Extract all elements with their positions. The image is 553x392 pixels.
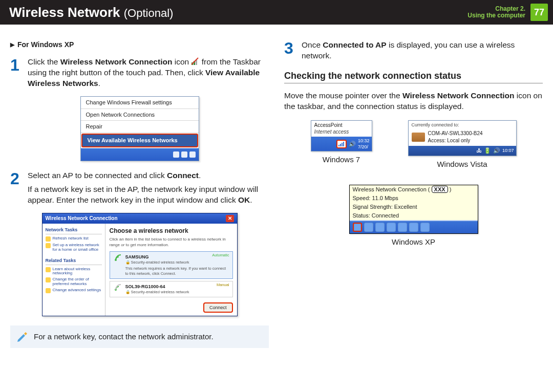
- xp-speed: Speed: 11.0 Mbps: [350, 194, 478, 203]
- right-column: 3 Once Connected to AP is displayed, you…: [284, 40, 543, 348]
- arrow-right-icon: [10, 40, 17, 49]
- win7-tooltip: AccessPoint Internet access 🔊 10:327/20/: [311, 120, 372, 151]
- order-icon: [46, 277, 51, 282]
- example-xp: Wireless Network Connection ( XXX ) Spee…: [284, 185, 543, 247]
- figure-wireless-dialog: Wireless Network Connection ✕ Network Ta…: [42, 213, 238, 317]
- title-optional: (Optional): [124, 7, 174, 19]
- xp-tooltip: Wireless Network Connection ( XXX ) Spee…: [349, 185, 478, 233]
- step-1-text: Click the Wireless Network Connection ic…: [28, 57, 269, 89]
- dialog-body: Network Tasks Refresh network list Set u…: [42, 224, 237, 316]
- left-column: For Windows XP 1 Click the Wireless Netw…: [10, 40, 269, 348]
- svg-rect-9: [343, 142, 344, 146]
- tray-icon[interactable]: [420, 223, 430, 232]
- win7-ap-name: AccessPoint: [314, 122, 369, 129]
- svg-rect-8: [342, 143, 343, 146]
- win7-taskbar: 🔊 10:327/20/: [311, 137, 372, 151]
- network-name: SOL39-RG1000-64: [125, 284, 229, 290]
- vista-header: Currently connected to:: [409, 121, 516, 129]
- step-3: 3 Once Connected to AP is displayed, you…: [284, 40, 543, 61]
- tray-icon[interactable]: [398, 223, 407, 232]
- vista-tooltip: Currently connected to: COM-AV-SWL3300-B…: [408, 120, 517, 156]
- menu-open-connections[interactable]: Open Network Connections: [81, 109, 199, 121]
- vista-caption: Windows Vista: [408, 159, 517, 169]
- speaker-icon[interactable]: 🔊: [493, 147, 500, 155]
- figure1-taskbar: [81, 148, 199, 161]
- step-3-text: Once Connected to AP is displayed, you c…: [302, 40, 543, 61]
- network-tag-auto: Automatic: [212, 253, 229, 258]
- tray-icon[interactable]: [364, 223, 373, 232]
- chapter-line1: Chapter 2.: [495, 5, 525, 12]
- dialog-sidebar: Network Tasks Refresh network list Set u…: [42, 224, 105, 316]
- title-main: Wireless Network: [9, 5, 120, 20]
- menu-repair[interactable]: Repair: [81, 121, 199, 133]
- svg-rect-7: [340, 144, 341, 146]
- ssid-placeholder: XXX: [432, 186, 448, 193]
- step-3-number: 3: [284, 40, 297, 61]
- network-bench-icon: [412, 133, 425, 142]
- choose-network-desc: Click an item in the list below to conne…: [110, 237, 233, 248]
- connect-button[interactable]: Connect: [203, 302, 233, 313]
- menu-view-available-networks[interactable]: View Available Wireless Networks: [81, 134, 198, 147]
- network-security: 🔒 Security-enabled wireless network: [125, 260, 229, 265]
- step-1-number: 1: [10, 57, 24, 89]
- vista-row: COM-AV-SWL3300-B24 Access: Local only: [409, 129, 516, 146]
- network-item-sol39[interactable]: SOL39-RG1000-64 🔒 Security-enabled wirel…: [110, 281, 233, 297]
- wireless-tray-icon[interactable]: [353, 223, 362, 232]
- battery-icon[interactable]: 🔋: [484, 147, 491, 155]
- sub-heading-text: For Windows XP: [17, 40, 74, 49]
- example-vista: Currently connected to: COM-AV-SWL3300-B…: [408, 120, 517, 169]
- for-windows-xp-heading: For Windows XP: [10, 40, 269, 50]
- wifi-bars-icon[interactable]: [336, 140, 347, 148]
- step-1: 1 Click the Wireless Network Connection …: [10, 57, 269, 89]
- dialog-main: Choose a wireless network Click an item …: [105, 224, 237, 316]
- setup-icon: [46, 243, 51, 248]
- win7-caption: Windows 7: [311, 155, 372, 165]
- speaker-icon[interactable]: 🔊: [349, 140, 356, 148]
- dialog-titlebar: Wireless Network Connection ✕: [42, 213, 237, 224]
- win7-tip: AccessPoint Internet access: [311, 121, 372, 137]
- menu-change-firewall[interactable]: Change Windows Firewall settings: [81, 97, 199, 109]
- vista-access: Access: Local only: [428, 137, 483, 144]
- network-item-samsung[interactable]: SAMSUNG 🔒 Security-enabled wireless netw…: [110, 251, 233, 279]
- note-box: For a network key, contact the network a…: [10, 325, 269, 348]
- xp-row1: Wireless Network Connection ( XXX ): [350, 185, 478, 194]
- sidebar-order-link[interactable]: Change the order of preferred networks: [46, 277, 102, 287]
- choose-network-title: Choose a wireless network: [110, 227, 233, 235]
- sidebar-refresh-link[interactable]: Refresh network list: [46, 236, 102, 242]
- win7-access: Internet access: [314, 128, 369, 136]
- tray-icon[interactable]: [387, 223, 396, 232]
- note-text: For a network key, contact the network a…: [34, 332, 214, 342]
- sidebar-learn-link[interactable]: Learn about wireless networking: [46, 267, 102, 276]
- chapter-line2: Using the computer: [467, 12, 525, 19]
- tray-icon[interactable]: [409, 223, 418, 232]
- xp-signal: Signal Strength: Excellent: [350, 203, 478, 211]
- example-win7: AccessPoint Internet access 🔊 10:327/20/…: [311, 120, 372, 165]
- network-icon[interactable]: 🖧: [476, 147, 482, 155]
- tray-icon[interactable]: [375, 223, 385, 232]
- wifi-signal-icon: [113, 254, 122, 262]
- vista-network-name: COM-AV-SWL3300-B24: [428, 130, 483, 137]
- svg-rect-6: [338, 145, 339, 146]
- chapter-label: Chapter 2. Using the computer: [467, 6, 525, 19]
- network-hint: This network requires a network key. If …: [125, 266, 229, 276]
- sidebar-title-related-tasks: Related Tasks: [46, 257, 102, 265]
- status-examples: AccessPoint Internet access 🔊 10:327/20/…: [284, 120, 543, 247]
- note-pencil-icon: [16, 331, 29, 343]
- learn-icon: [46, 267, 51, 272]
- step-2-number: 2: [10, 170, 24, 206]
- step-2: 2 Select an AP to be connected and click…: [10, 170, 269, 206]
- xp-taskbar: [350, 220, 478, 233]
- sidebar-title-network-tasks: Network Tasks: [46, 227, 102, 234]
- header-right: Chapter 2. Using the computer 77: [467, 4, 548, 21]
- page-body: For Windows XP 1 Click the Wireless Netw…: [0, 25, 553, 358]
- close-icon[interactable]: ✕: [226, 215, 234, 222]
- tray-icon: [173, 151, 179, 158]
- vista-clock: 10:07: [502, 147, 514, 154]
- page-header: Wireless Network (Optional) Chapter 2. U…: [0, 0, 553, 25]
- page-number-badge: 77: [530, 4, 548, 21]
- settings-icon: [46, 288, 51, 293]
- sidebar-advanced-link[interactable]: Change advanced settings: [46, 288, 102, 293]
- tray-icon: [189, 151, 196, 158]
- sidebar-setup-link[interactable]: Set up a wireless network for a home or …: [46, 243, 102, 252]
- wireless-connection-tray-icon: [191, 57, 199, 66]
